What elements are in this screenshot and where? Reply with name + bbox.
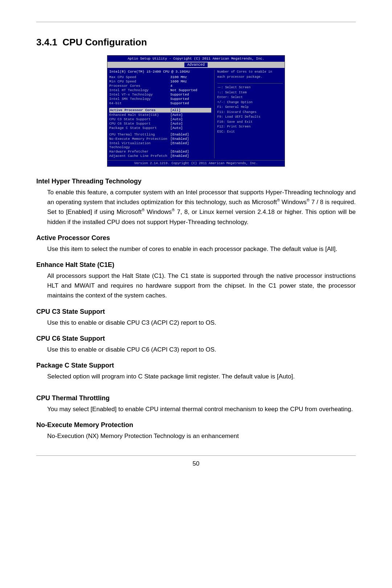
- bios-key-discard: F11: Discard Changes: [217, 110, 283, 115]
- bios-row-cores: Processor Cores 4: [109, 84, 211, 88]
- top-rule: [36, 22, 356, 22]
- bios-key-print: F12: Print Screen: [217, 125, 283, 130]
- bios-footer: Version 2.14.1219. Copyright (C) 2011 Am…: [107, 160, 285, 166]
- page-container: 3.4.1 CPU Configuration Aptio Setup Util…: [0, 0, 392, 496]
- subsection-title-c1e: Enhance Halt State (C1E): [36, 261, 356, 269]
- subsection-body-c6: Use this to enable or disable CPU C6 (AC…: [36, 345, 356, 354]
- subsection-title-nx: No-Execute Memory Protection: [36, 421, 356, 429]
- section-cpu-c3: CPU C3 State Support Use this to enable …: [36, 308, 356, 328]
- bios-help-text: Number of Cores to enable in each proces…: [217, 70, 283, 80]
- bios-row-c6: CPU C6 State Support [Auto]: [109, 122, 211, 126]
- bios-row-ht: Intel HT Technology Not Supported: [109, 88, 211, 92]
- section-enhance-halt-state: Enhance Halt State (C1E) All processors …: [36, 261, 356, 301]
- bios-key-save: F10: Save and Exit: [217, 120, 283, 125]
- subsection-body-pkgc: Selected option will program into C Stat…: [36, 372, 356, 381]
- bios-row-smx: Intel SMX Technology Supported: [109, 97, 211, 101]
- bios-left-panel: Intel(R) Core(TM) i5-2400 CPU @ 3.10GHz …: [109, 70, 214, 158]
- section-cpu-thermal: CPU Thermal Throttling You may select [E…: [36, 394, 356, 414]
- subsection-body-thermal: You may select [Enabled] to enable CPU i…: [36, 404, 356, 414]
- bios-row-adj-cache: Adjacent Cache Line Prefetch [Enabled]: [109, 154, 211, 158]
- bios-screenshot: Aptio Setup Utility - Copyright (C) 2011…: [107, 55, 285, 167]
- section-active-processor-cores: Active Processor Cores Use this item to …: [36, 234, 356, 254]
- bios-row-pkg-c: Package C State Support [Auto]: [109, 126, 211, 130]
- bios-row-virt: Intel Virtualization Technology [Enabled…: [109, 141, 211, 149]
- bios-body: Intel(R) Core(TM) i5-2400 CPU @ 3.10GHz …: [107, 68, 285, 160]
- bios-right-panel: Number of Cores to enable in each proces…: [214, 70, 283, 158]
- bios-row-c3: CPU C3 State Support [Auto]: [109, 117, 211, 121]
- bios-cpu-model: Intel(R) Core(TM) i5-2400 CPU @ 3.10GHz: [109, 70, 211, 74]
- section-package-c-state: Package C State Support Selected option …: [36, 362, 356, 381]
- section-title: 3.4.1 CPU Configuration: [36, 37, 356, 48]
- section-intel-hyper-threading: Intel Hyper Threading Technology To enab…: [36, 178, 356, 227]
- bios-row-64bit: 64-bit Supported: [109, 101, 211, 105]
- subsection-title-thermal: CPU Thermal Throttling: [36, 394, 356, 402]
- bios-key-defaults: F9: Load UEFI Defaults: [217, 115, 283, 120]
- subsection-title-c6: CPU C6 State Support: [36, 335, 356, 342]
- bios-tab-bar: Advanced: [107, 62, 285, 68]
- section-number: 3.4.1: [36, 37, 57, 48]
- bios-key-legend: →←: Select Screen ↑↓: Select Item Enter:…: [217, 83, 283, 134]
- bios-key-item: ↑↓: Select Item: [217, 90, 283, 96]
- subsection-body-apc: Use this item to select the number of co…: [36, 244, 356, 254]
- bios-row-hw-prefetch: Hardware Prefetcher [Enabled]: [109, 150, 211, 154]
- section-cpu-c6: CPU C6 State Support Use this to enable …: [36, 335, 356, 354]
- subsection-body-ht: To enable this feature, a computer syste…: [36, 187, 356, 227]
- bios-tab-advanced: Advanced: [184, 62, 208, 67]
- section-no-execute: No-Execute Memory Protection No-Executio…: [36, 421, 356, 441]
- bios-key-enter: Enter: Select: [217, 95, 283, 100]
- bios-row-vtx: Intel VT-x Technology Supported: [109, 93, 211, 97]
- subsection-body-c3: Use this to enable or disable CPU C3 (AC…: [36, 318, 356, 328]
- bios-row-thermal: CPU Thermal Throttling [Enabled]: [109, 133, 211, 137]
- bios-key-screen: →←: Select Screen: [217, 85, 283, 90]
- bios-key-esc: ESC: Exit: [217, 130, 283, 135]
- bios-header: Aptio Setup Utility - Copyright (C) 2011…: [107, 56, 285, 62]
- subsection-title-pkgc: Package C State Support: [36, 362, 356, 369]
- bios-key-help: F1: General Help: [217, 105, 283, 110]
- bios-key-change: +/-: Change Option: [217, 100, 283, 105]
- page-number: 50: [36, 460, 356, 467]
- subsection-title-apc: Active Processor Cores: [36, 234, 356, 242]
- bottom-rule: [36, 455, 356, 456]
- subsection-title-ht: Intel Hyper Threading Technology: [36, 178, 356, 185]
- subsection-body-nx: No-Execution (NX) Memory Protection Tech…: [36, 431, 356, 441]
- bios-row-nx: No-Execute Memory Protection [Enabled]: [109, 137, 211, 141]
- subsection-body-c1e: All processors support the Halt State (C…: [36, 271, 356, 301]
- section-heading: CPU Configuration: [62, 37, 147, 48]
- bios-row-min-speed: Min CPU Speed 1600 MHz: [109, 80, 211, 84]
- subsection-title-c3: CPU C3 State Support: [36, 308, 356, 316]
- bios-row-max-speed: Max CPU Speed 3100 MHz: [109, 75, 211, 79]
- bios-row-c1e: Enhanced Halt State(C1E) [Auto]: [109, 113, 211, 117]
- bios-row-active-cores: Active Processor Cores [All]: [109, 108, 211, 113]
